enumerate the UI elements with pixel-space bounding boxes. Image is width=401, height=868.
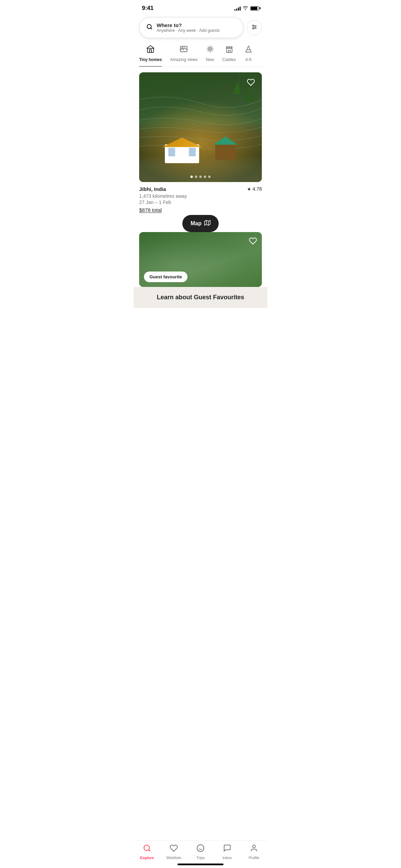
guest-favourites-text: Learn about Guest Favourites [157, 294, 244, 301]
tiny-homes-label: Tiny homes [139, 57, 162, 62]
tab-amazing-views[interactable]: Amazing views [170, 42, 197, 67]
wifi-icon [243, 5, 248, 11]
listing-info: Jibhi, India ★ 4.78 1,473 kilometres awa… [139, 182, 262, 218]
dot-4 [204, 176, 206, 178]
aframes-icon [244, 45, 253, 55]
tab-aframes[interactable]: A-fi [244, 42, 253, 67]
svg-point-13 [182, 47, 183, 49]
svg-point-5 [253, 25, 254, 26]
dot-1 [191, 176, 193, 178]
listing-rating: ★ 4.78 [247, 186, 262, 192]
second-listing-card: Guest favourite [134, 232, 267, 287]
star-icon: ★ [247, 186, 251, 192]
map-label: Map [191, 220, 202, 227]
new-label: New [206, 57, 214, 62]
search-title: Where to? [157, 22, 220, 28]
filter-icon [251, 24, 257, 32]
listing-top-row: Jibhi, India ★ 4.78 [139, 186, 262, 192]
listing-image [139, 72, 262, 182]
castles-label: Castles [222, 57, 236, 62]
second-wishlist-button[interactable] [249, 237, 257, 247]
status-icons [234, 5, 259, 11]
listing-dates: 27 Jan – 1 Feb [139, 200, 262, 205]
svg-marker-28 [205, 220, 210, 226]
tiny-homes-icon [146, 45, 155, 55]
tab-tiny-homes[interactable]: Tiny homes [139, 42, 162, 67]
dot-3 [199, 176, 202, 178]
rating-value: 4.78 [253, 186, 262, 192]
tab-new[interactable]: New [206, 42, 214, 67]
listing-card: Jibhi, India ★ 4.78 1,473 kilometres awa… [134, 67, 267, 218]
listing-image-wrap [139, 72, 262, 182]
signal-icon [234, 6, 241, 11]
search-text: Where to? Anywhere · Any week · Add gues… [157, 22, 220, 33]
castles-icon [225, 45, 233, 55]
dot-2 [195, 176, 197, 178]
search-icon [146, 24, 153, 32]
listing-price: $878 total [139, 207, 262, 213]
heart-icon [247, 78, 255, 88]
category-tabs: Tiny homes Amazing views New [134, 42, 267, 67]
listing-location: Jibhi, India [139, 186, 166, 192]
search-bar[interactable]: Where to? Anywhere · Any week · Add gues… [139, 17, 243, 38]
status-bar: 9:41 [134, 0, 267, 14]
svg-rect-8 [147, 48, 154, 52]
aframes-label: A-fi [245, 57, 252, 62]
svg-line-1 [150, 28, 151, 29]
svg-rect-11 [149, 50, 151, 52]
search-container: Where to? Anywhere · Any week · Add gues… [134, 14, 267, 42]
filter-button[interactable] [247, 20, 262, 35]
amazing-views-label: Amazing views [170, 57, 197, 62]
second-listing-image: Guest favourite [139, 232, 262, 287]
listing-distance: 1,473 kilometres away [139, 193, 262, 199]
map-button[interactable]: Map [182, 215, 219, 232]
guest-favourites-banner: Learn about Guest Favourites [134, 287, 267, 308]
status-time: 9:41 [142, 5, 154, 12]
map-icon [204, 220, 210, 227]
image-dots [191, 176, 211, 178]
svg-point-7 [253, 28, 254, 29]
svg-point-6 [255, 26, 256, 27]
amazing-views-icon [180, 45, 188, 55]
new-icon [206, 45, 214, 55]
wishlist-button[interactable] [245, 77, 257, 89]
dot-5 [208, 176, 211, 178]
search-subtitle: Anywhere · Any week · Add guests [157, 28, 220, 33]
svg-rect-20 [228, 50, 230, 52]
tab-castles[interactable]: Castles [222, 42, 236, 67]
battery-icon [250, 6, 259, 11]
guest-favourite-badge: Guest favourite [144, 272, 187, 282]
